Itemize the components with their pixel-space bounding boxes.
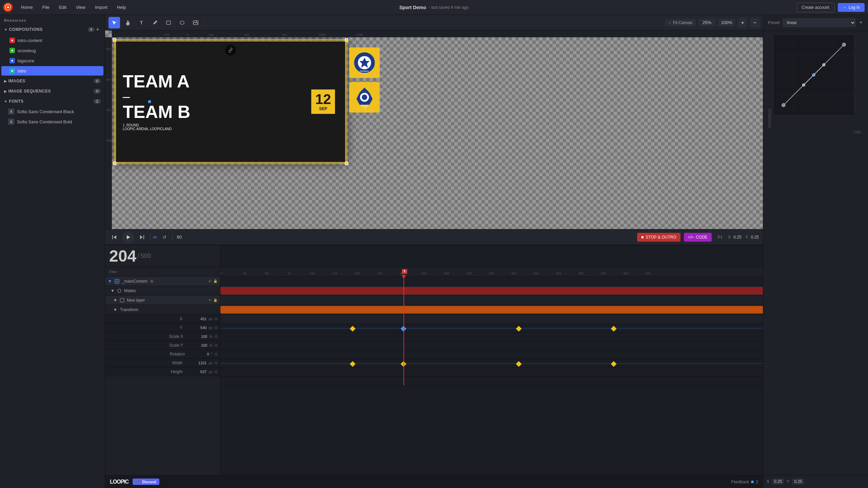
- menu-import[interactable]: Import: [91, 3, 112, 11]
- image-sequences-section-header[interactable]: ▶ IMAGE SEQUENCES 0: [0, 86, 105, 96]
- new-layer-eye[interactable]: 👁: [208, 298, 212, 302]
- repeat-button[interactable]: ↺: [159, 232, 170, 242]
- canvas-toolbar: T ✓ Fit Canvas: [105, 15, 763, 30]
- new-layer-bar[interactable]: [220, 306, 763, 313]
- font-item-bold[interactable]: A Sofia Sans Condensed Bold: [0, 117, 105, 127]
- intro-content-icon: ■: [9, 38, 15, 43]
- keyframe-rot-4[interactable]: [611, 361, 617, 367]
- menu-edit[interactable]: Edit: [55, 3, 71, 11]
- preset-select[interactable]: linear: [783, 18, 856, 27]
- keyframe-rot-3[interactable]: [516, 361, 522, 367]
- font-item-black[interactable]: A Sofia Sans Condensed Black: [0, 106, 105, 117]
- ruler-450: 450: [623, 272, 628, 275]
- prop-scaley-diamond[interactable]: ◇: [215, 343, 217, 347]
- soccer-club-logo: SOCCER CLUB: [349, 82, 380, 113]
- fonts-section-header[interactable]: ▼ FONTS 2: [0, 96, 105, 106]
- canvas-area: T ✓ Fit Canvas: [105, 15, 763, 245]
- create-account-button[interactable]: Create account: [796, 3, 834, 12]
- new-layer-track: [220, 305, 763, 314]
- image-tool[interactable]: [190, 17, 201, 28]
- prop-y-diamond[interactable]: ◇: [215, 325, 217, 330]
- image-sequences-chevron: ▶: [4, 89, 7, 93]
- transform-chevron[interactable]: ▼: [113, 307, 117, 312]
- prop-height-value: 637: [188, 370, 206, 374]
- intro-content-label: intro-content: [18, 38, 42, 43]
- floating-logos: FOOTBALL CLUB SOCCER CLUB: [349, 47, 380, 113]
- filter-label: Filter: [109, 270, 117, 274]
- frame-link-icon: [225, 45, 236, 56]
- prop-rotation-diamond[interactable]: ◇: [215, 352, 217, 356]
- login-button[interactable]: → Log In: [838, 3, 865, 12]
- skip-forward-button[interactable]: [137, 232, 147, 242]
- app-logo: [3, 3, 13, 12]
- keyframe-x-4[interactable]: [611, 326, 617, 332]
- ellipse-tool[interactable]: [176, 17, 188, 28]
- frame-counter-total: /: [138, 252, 139, 260]
- ruler-mark-250v: 250: [106, 47, 111, 51]
- sidebar-item-intro[interactable]: ■ intro: [1, 66, 103, 76]
- preset-dropdown-icon: [859, 20, 863, 25]
- menu-bar: Home File Edit View Import Help Sport De…: [0, 0, 868, 15]
- transform-label: Transform: [120, 307, 138, 312]
- main-content-lock[interactable]: 🔒: [213, 279, 217, 283]
- main-content-expand-chevron[interactable]: ▼: [108, 279, 112, 284]
- match-venue: LOOPIC ARENA, LOOPICLAND: [123, 127, 308, 131]
- sidebar-item-bigscore[interactable]: ■ bigscore: [1, 56, 103, 65]
- feedback-button[interactable]: Feedback: [731, 480, 749, 484]
- compositions-section-header[interactable]: ▼ COMPOSITIONS 4 +: [0, 24, 105, 35]
- team-a-name: TEAM A: [123, 73, 308, 90]
- prop-x-diamond[interactable]: ◇: [215, 317, 217, 321]
- masks-chevron[interactable]: ▼: [111, 288, 115, 293]
- prop-scalex-diamond[interactable]: ◇: [215, 334, 217, 339]
- discord-button[interactable]: 🎮 Discord: [133, 479, 159, 485]
- rectangle-tool[interactable]: [163, 17, 174, 28]
- fit-canvas-label: Fit Canvas: [673, 20, 692, 25]
- main-content-eye[interactable]: 👁: [208, 279, 212, 283]
- images-section-header[interactable]: ▶ IMAGES 0: [0, 76, 105, 86]
- main-content-track: [220, 286, 763, 296]
- height-keyframe-track: [220, 377, 763, 386]
- hand-tool[interactable]: [122, 17, 134, 28]
- zoom-in-button[interactable]: +: [738, 18, 747, 27]
- menu-file[interactable]: File: [38, 3, 54, 11]
- new-layer-lock[interactable]: 🔒: [213, 298, 217, 302]
- app-title-area: Sport Demo - last saved 4 min ago: [399, 5, 469, 10]
- new-layer-chevron[interactable]: ▼: [113, 298, 117, 303]
- text-tool[interactable]: T: [136, 17, 147, 28]
- select-tool[interactable]: [108, 17, 120, 28]
- main-content-bar[interactable]: [220, 287, 763, 294]
- play-button[interactable]: [122, 231, 134, 243]
- discord-label: Discord: [142, 480, 156, 484]
- sidebar-item-intro-content[interactable]: ■ intro-content: [1, 36, 103, 45]
- sidebar-item-scorebug[interactable]: ■ scorebug: [1, 46, 103, 55]
- keyframe-x-3[interactable]: [516, 326, 522, 332]
- add-composition-button[interactable]: +: [95, 26, 101, 33]
- prop-width-label: Width: [112, 361, 186, 365]
- fit-canvas-button[interactable]: ✓ Fit Canvas: [665, 19, 696, 26]
- right-panel-coords: X 0.25 Y 0.25: [763, 475, 868, 488]
- timeline-tracks[interactable]: 0 25 50 75 100 125 150 175 200 225 250 2…: [220, 267, 763, 475]
- login-icon: →: [843, 5, 847, 10]
- canvas-selection[interactable]: TEAM A – TEAM B 1. ROUND LOOPIC ARENA, L…: [115, 41, 346, 163]
- keyframe-rot-1[interactable]: [350, 361, 356, 367]
- ruler-125: 125: [332, 272, 337, 275]
- playhead[interactable]: [403, 277, 404, 386]
- frame-counter-area: 204 / 500: [105, 245, 220, 267]
- pen-tool[interactable]: [149, 17, 161, 28]
- prop-width-diamond[interactable]: ◇: [215, 361, 217, 365]
- sidebar: Resources ▼ COMPOSITIONS 4 + ■ intro-con…: [0, 15, 105, 488]
- loop-button[interactable]: ∞: [153, 234, 157, 240]
- rotation-keyframe-track: [220, 359, 763, 368]
- skip-back-button[interactable]: [109, 232, 119, 242]
- x-value: 0.25: [772, 479, 784, 485]
- keyframe-x-1[interactable]: [350, 326, 356, 332]
- stop-outro-button[interactable]: ■ STOP & OUTRO: [637, 233, 680, 242]
- code-button[interactable]: </> CODE: [684, 233, 712, 242]
- masks-icon: [117, 289, 121, 293]
- menu-home[interactable]: Home: [17, 3, 37, 11]
- canvas-viewport[interactable]: -275 0 250 500 750 1000 1250 250 500 750…: [105, 30, 763, 245]
- menu-view[interactable]: View: [72, 3, 90, 11]
- prop-height-diamond[interactable]: ◇: [215, 369, 217, 374]
- menu-help[interactable]: Help: [113, 3, 130, 11]
- zoom-out-button[interactable]: −: [750, 18, 760, 27]
